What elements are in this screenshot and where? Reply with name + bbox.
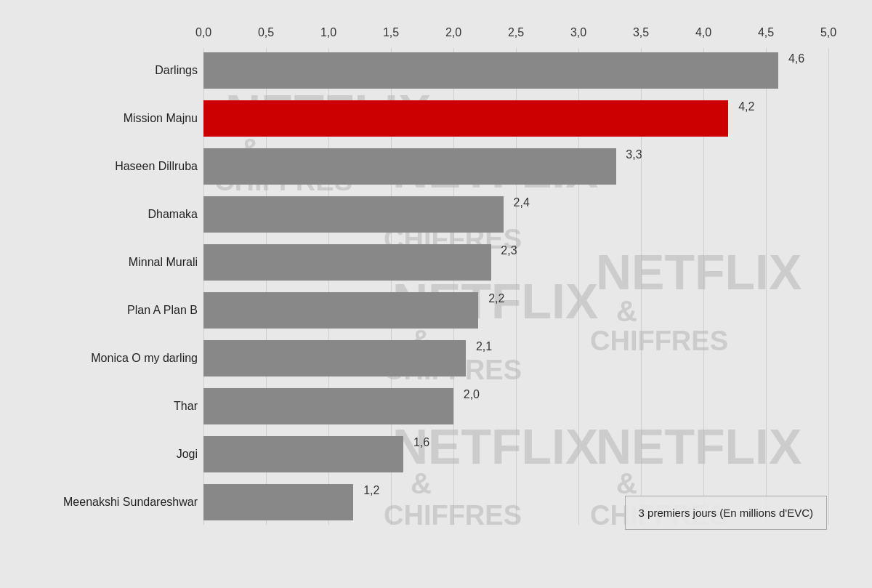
x-tick: 2,0: [445, 26, 461, 39]
bar-fill: 2,2: [203, 292, 478, 329]
bar-row: Thar2,0: [203, 384, 828, 429]
bar-value: 1,6: [413, 436, 429, 449]
bar-label: Plan A Plan B: [9, 304, 198, 317]
bar-value: 1,2: [363, 484, 379, 497]
x-tick: 0,5: [258, 26, 274, 39]
bar-label: Mission Majnu: [9, 112, 198, 125]
bar-value: 2,3: [501, 244, 517, 257]
x-tick: 2,5: [508, 26, 524, 39]
bar-row: Monica O my darling2,1: [203, 336, 828, 381]
bar-label: Minnal Murali: [9, 256, 198, 269]
bar-value: 2,4: [514, 196, 530, 209]
bar-label: Jogi: [9, 448, 198, 461]
bar-row: Minnal Murali2,3: [203, 240, 828, 285]
x-tick: 1,0: [320, 26, 336, 39]
x-tick: 3,0: [570, 26, 586, 39]
x-tick: 4,5: [758, 26, 774, 39]
bar-label: Thar: [9, 400, 198, 413]
bar-row: Plan A Plan B2,2: [203, 288, 828, 333]
bar-fill: 2,3: [203, 244, 491, 281]
bar-value: 4,6: [788, 52, 804, 65]
bar-fill: 2,1: [203, 340, 466, 376]
bar-label: Meenakshi Sundareshwar: [9, 496, 198, 509]
bar-value: 2,1: [476, 340, 492, 353]
legend-text: 3 premiers jours (En millions d'EVC): [639, 507, 813, 519]
x-tick: 0,0: [195, 26, 211, 39]
bar-value: 2,0: [464, 388, 480, 401]
bar-value: 3,3: [626, 148, 642, 161]
bar-fill: 4,6: [203, 52, 778, 89]
bar-fill: 2,0: [203, 388, 453, 424]
x-tick: 4,0: [695, 26, 711, 39]
bar-label: Haseen Dillruba: [9, 160, 198, 173]
bar-row: Jogi1,6: [203, 432, 828, 477]
bar-fill: 1,6: [203, 436, 403, 472]
legend-box: 3 premiers jours (En millions d'EVC): [625, 496, 827, 530]
bars-area: Darlings4,6Mission Majnu4,2Haseen Dillru…: [203, 48, 828, 525]
bar-fill: 1,2: [203, 484, 353, 520]
x-tick: 3,5: [633, 26, 649, 39]
x-axis: 0,00,51,01,52,02,53,03,54,04,55,0: [203, 22, 828, 44]
bar-label: Dhamaka: [9, 208, 198, 221]
bar-value: 2,2: [488, 292, 504, 305]
bar-row: Haseen Dillruba3,3: [203, 144, 828, 189]
bar-fill: 3,3: [203, 148, 616, 185]
bar-fill: 4,2: [203, 100, 728, 137]
bar-row: Darlings4,6: [203, 48, 828, 93]
x-tick: 1,5: [383, 26, 399, 39]
bar-fill: 2,4: [203, 196, 504, 233]
bar-row: Mission Majnu4,2: [203, 96, 828, 141]
chart-container: 0,00,51,01,52,02,53,03,54,04,55,0 Darlin…: [0, 0, 872, 588]
bar-value: 4,2: [738, 100, 754, 113]
x-tick: 5,0: [820, 26, 836, 39]
bar-row: Dhamaka2,4: [203, 192, 828, 237]
bar-label: Monica O my darling: [9, 352, 198, 365]
bar-label: Darlings: [9, 64, 198, 77]
